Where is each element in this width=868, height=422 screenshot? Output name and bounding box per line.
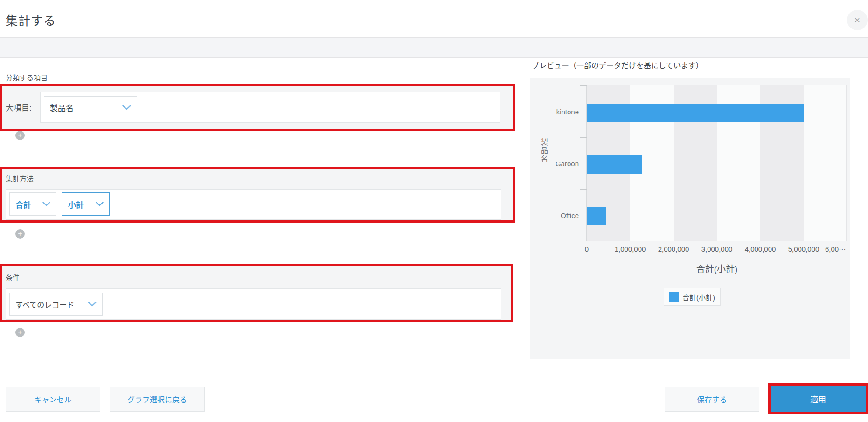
x-tick-label: 0: [585, 245, 589, 253]
add-method-button[interactable]: [15, 229, 25, 239]
chart-legend: 合計(小計): [664, 288, 721, 306]
classify-field-value: 製品名: [50, 102, 74, 113]
top-divider: [5, 1, 822, 1]
x-tick-label: 2,000,000: [658, 245, 689, 253]
footer-divider: [0, 361, 868, 361]
aggregate-dialog: 集計する × 分類する項目 大項目: 製品名 集計方法 合計 小計 条件 すべて…: [0, 0, 868, 422]
classify-section-title: 分類する項目: [6, 72, 48, 82]
condition-dropdown[interactable]: すべてのレコード: [9, 293, 103, 316]
method-function-value: 合計: [15, 198, 31, 210]
chevron-down-icon: [42, 202, 50, 206]
x-tick-label: 3,000,000: [701, 245, 733, 253]
chevron-down-icon: [122, 105, 131, 110]
preview-chart: kintoneGaroonOffice01,000,0002,000,0003,…: [530, 78, 850, 359]
condition-value: すべてのレコード: [15, 299, 74, 310]
y-axis-tick: [580, 85, 587, 86]
dialog-title: 集計する: [6, 11, 56, 28]
bar-Office: [587, 207, 606, 225]
chevron-down-icon: [88, 302, 97, 307]
x-tick-label: 4,000,000: [745, 245, 776, 253]
category-label: kintone: [530, 108, 579, 116]
x-axis-title: 合計(小計): [670, 262, 764, 274]
method-function-dropdown[interactable]: 合計: [9, 192, 56, 216]
apply-button[interactable]: 適用: [771, 386, 866, 412]
method-subtotal-dropdown[interactable]: 小計: [62, 192, 110, 216]
y-axis-tick: [580, 189, 587, 190]
x-tick-label: 6,00⋯: [825, 245, 846, 253]
cancel-button[interactable]: キャンセル: [6, 387, 100, 412]
add-condition-button[interactable]: [15, 328, 25, 337]
bar-kintone: [587, 104, 804, 122]
bar-Garoon: [587, 155, 642, 174]
classify-field-dropdown[interactable]: 製品名: [44, 96, 137, 119]
legend-label: 合計(小計): [682, 292, 715, 302]
add-classify-item-button[interactable]: [15, 131, 25, 140]
x-tick-label: 5,000,000: [788, 245, 819, 253]
method-section-title: 集計方法: [6, 173, 34, 183]
legend-swatch: [669, 292, 679, 302]
y-axis-title: 製品名: [538, 138, 549, 163]
preview-title: プレビュー（一部のデータだけを基にしています）: [532, 59, 703, 70]
grid-edge-line: [846, 85, 847, 241]
close-icon[interactable]: ×: [847, 10, 868, 30]
y-axis-tick: [580, 137, 587, 138]
annotation-box-apply: 適用: [768, 383, 868, 414]
section-divider: [0, 158, 517, 158]
back-to-chart-select-button[interactable]: グラフ選択に戻る: [110, 387, 205, 412]
y-axis-tick: [580, 241, 587, 241]
method-subtotal-value: 小計: [68, 198, 84, 210]
save-button[interactable]: 保存する: [665, 387, 759, 412]
collapsed-section-band: [0, 37, 868, 58]
chevron-down-icon: [96, 202, 104, 206]
x-tick-label: 1,000,000: [615, 245, 646, 253]
category-label: Office: [530, 211, 579, 219]
classify-row-label: 大項目:: [6, 101, 32, 113]
section-divider: [0, 258, 517, 258]
condition-section-title: 条件: [6, 272, 20, 282]
